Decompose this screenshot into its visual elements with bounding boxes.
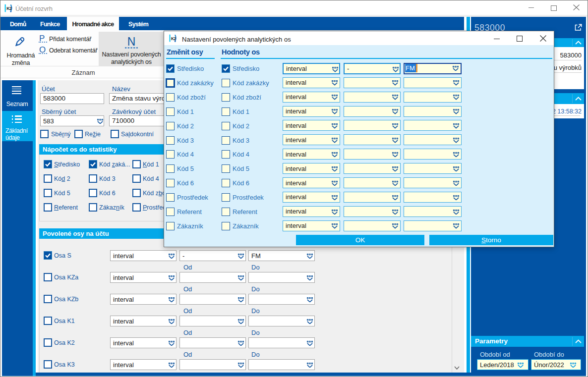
svg-text:K2: K2	[171, 37, 176, 41]
svg-text:K2: K2	[6, 6, 12, 11]
